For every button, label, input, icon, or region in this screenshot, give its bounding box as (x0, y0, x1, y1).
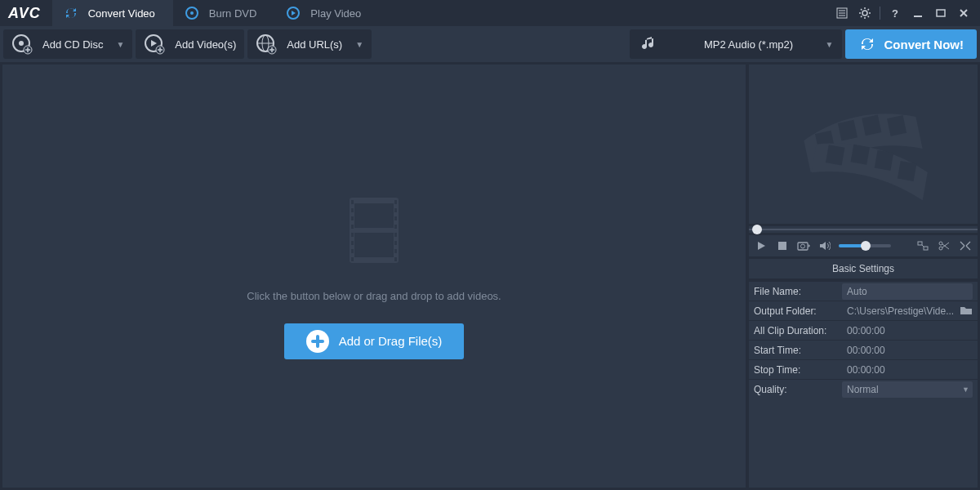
volume-slider[interactable] (839, 244, 891, 247)
main-tabs: Convert Video Burn DVD Play Video (52, 0, 826, 26)
video-add-icon (144, 33, 165, 55)
output-format-select[interactable]: MP2 Audio (*.mp2) ▼ (630, 29, 842, 59)
svg-rect-55 (898, 160, 917, 180)
sync-icon (858, 35, 876, 53)
svg-point-58 (801, 244, 805, 248)
svg-rect-35 (351, 241, 354, 245)
file-name-input[interactable]: Auto (842, 283, 973, 300)
tab-label: Play Video (310, 7, 361, 20)
tab-convert-video[interactable]: Convert Video (52, 0, 173, 26)
setting-value: 00:00:00 (842, 325, 973, 336)
setting-label: Stop Time: (754, 364, 842, 376)
setting-label: File Name: (754, 286, 842, 297)
stop-button[interactable] (775, 238, 790, 253)
button-label: Convert Now! (884, 38, 964, 51)
setting-label: All Clip Duration: (754, 325, 842, 336)
seek-thumb[interactable] (752, 225, 762, 234)
format-label: MP2 Audio (*.mp2) (672, 38, 826, 51)
convert-now-button[interactable]: Convert Now! (845, 29, 978, 59)
svg-rect-9 (937, 10, 945, 16)
volume-icon[interactable] (817, 238, 832, 253)
svg-rect-59 (918, 242, 922, 245)
play-button[interactable] (754, 238, 768, 253)
button-label: Add or Drag File(s) (339, 334, 443, 348)
svg-rect-40 (394, 216, 397, 220)
setting-output-folder: Output Folder: C:\Users\Prestige\Vide... (749, 301, 978, 320)
film-placeholder-icon (341, 194, 407, 267)
svg-rect-43 (394, 241, 397, 245)
tab-burn-dvd[interactable]: Burn DVD (173, 0, 275, 26)
setting-value[interactable]: 00:00:00 (842, 364, 973, 376)
svg-rect-39 (394, 208, 397, 212)
app-logo: AVC (0, 5, 52, 22)
svg-rect-37 (351, 257, 354, 261)
svg-point-61 (939, 242, 942, 245)
disc-icon (185, 6, 199, 20)
minimize-icon[interactable] (910, 5, 926, 21)
setting-file-name: File Name: Auto (749, 281, 978, 301)
menu-icon[interactable] (834, 5, 850, 21)
expand-icon[interactable] (915, 238, 930, 253)
disc-add-icon (11, 33, 33, 55)
chevron-down-icon: ▼ (355, 40, 363, 49)
title-bar: AVC Convert Video Burn DVD Play Video ? (0, 0, 980, 26)
svg-rect-38 (394, 200, 397, 204)
globe-add-icon (256, 33, 277, 55)
svg-point-62 (939, 247, 942, 250)
help-icon[interactable]: ? (887, 5, 903, 21)
setting-label: Output Folder: (754, 305, 842, 317)
preview-pane (749, 65, 978, 224)
divider (880, 7, 880, 20)
svg-rect-53 (851, 144, 871, 164)
dropzone[interactable]: Click the button below or drag and drop … (2, 65, 746, 488)
svg-rect-45 (394, 257, 397, 261)
plus-circle-icon (306, 330, 329, 353)
add-files-button[interactable]: Add or Drag File(s) (284, 323, 464, 359)
maximize-icon[interactable] (933, 5, 949, 21)
svg-rect-28 (354, 203, 394, 228)
close-icon[interactable] (956, 5, 972, 21)
output-folder-value[interactable]: C:\Users\Prestige\Vide... (842, 305, 973, 317)
svg-point-13 (19, 41, 24, 46)
setting-start-time: Start Time: 00:00:00 (749, 340, 978, 359)
window-controls: ? (826, 5, 980, 21)
right-panel: Basic Settings File Name: Auto Output Fo… (749, 65, 978, 488)
play-icon (286, 6, 301, 20)
svg-rect-60 (924, 247, 928, 250)
svg-rect-32 (351, 216, 354, 220)
add-videos-button[interactable]: Add Video(s) (136, 29, 244, 59)
svg-rect-36 (351, 249, 354, 253)
gear-icon[interactable] (857, 5, 873, 21)
seek-bar[interactable] (749, 226, 978, 233)
main-area: Click the button below or drag and drop … (0, 62, 980, 490)
chevron-down-icon: ▼ (826, 40, 834, 49)
folder-icon[interactable] (960, 305, 973, 317)
toolbar: Add CD Disc ▼ Add Video(s) Add URL(s) ▼ … (0, 26, 980, 62)
dropzone-hint: Click the button below or drag and drop … (247, 290, 501, 302)
svg-rect-41 (394, 225, 397, 229)
svg-rect-33 (351, 225, 354, 229)
svg-rect-31 (351, 208, 354, 212)
setting-clip-duration: All Clip Duration: 00:00:00 (749, 320, 978, 340)
setting-value[interactable]: 00:00:00 (842, 345, 973, 356)
svg-rect-57 (798, 243, 808, 250)
add-urls-button[interactable]: Add URL(s) ▼ (247, 29, 372, 59)
svg-rect-42 (394, 233, 397, 237)
scissors-icon[interactable] (937, 238, 951, 253)
refresh-icon (64, 6, 78, 20)
svg-rect-54 (875, 149, 894, 170)
add-cd-disc-button[interactable]: Add CD Disc ▼ (3, 29, 132, 59)
crop-icon[interactable] (958, 238, 973, 253)
filmstrip-art-icon (782, 87, 945, 202)
tab-play-video[interactable]: Play Video (274, 0, 379, 26)
chevron-down-icon: ▼ (116, 40, 124, 49)
svg-rect-44 (394, 249, 397, 253)
snapshot-button[interactable] (796, 238, 811, 253)
tab-label: Convert Video (88, 7, 155, 20)
button-label: Add CD Disc (42, 38, 103, 51)
player-controls (749, 235, 978, 256)
settings-panel: File Name: Auto Output Folder: C:\Users\… (749, 281, 978, 488)
quality-select[interactable]: Normal ▼ (842, 381, 973, 398)
setting-label: Quality: (754, 384, 842, 395)
svg-rect-56 (778, 242, 786, 250)
